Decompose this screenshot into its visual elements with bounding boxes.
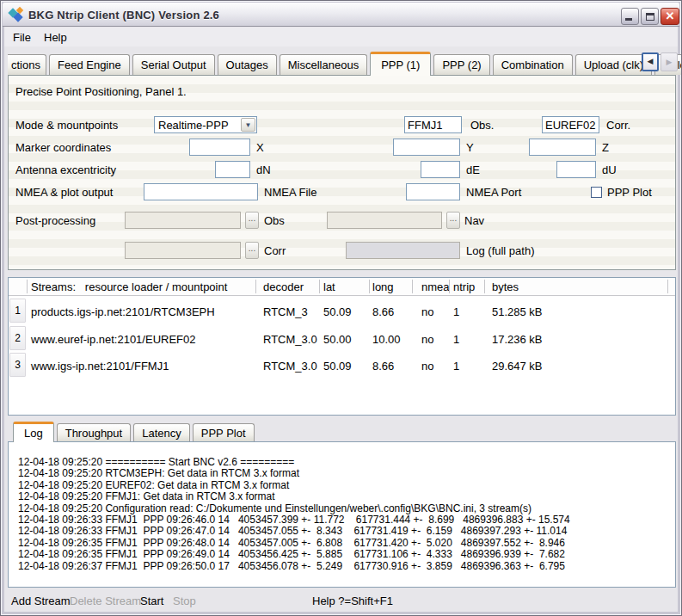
cell-ntrip[interactable]: 1 [453, 360, 459, 373]
nmea-port-label: NMEA Port [466, 186, 521, 199]
ppp-plot-label: PPP Plot [607, 186, 652, 199]
col-long[interactable]: long [372, 280, 394, 293]
window-title: BKG Ntrip Client (BNC) Version 2.6 [28, 9, 219, 22]
browse-nav-button[interactable]: ... [446, 212, 460, 229]
cell-mountpoint[interactable]: products.igs-ip.net:2101/RTCM3EPH [31, 305, 215, 318]
row-number[interactable]: 3 [9, 353, 26, 377]
tab-scroll-left-button[interactable]: ◀ [642, 52, 659, 71]
action-bar: Add Stream Delete Stream Start Stop Help… [8, 589, 674, 612]
cell-bytes[interactable]: 51.285 kB [492, 305, 543, 318]
cell-lat[interactable]: 50.09 [323, 360, 352, 373]
tab-ppp-plot[interactable]: PPP Plot [193, 423, 255, 441]
maximize-icon [646, 13, 654, 21]
marker-coordinates-label: Marker coordinates [15, 141, 111, 154]
minimize-button[interactable] [621, 8, 639, 25]
chevron-down-icon[interactable]: ▼ [241, 118, 255, 132]
menu-help[interactable]: Help [40, 30, 71, 45]
col-ntrip[interactable]: ntrip [453, 280, 475, 293]
tab-scroll-right-button[interactable]: ▶ [660, 52, 678, 71]
help-shortcut-label[interactable]: Help ?=Shift+F1 [312, 594, 393, 607]
settings-tab-bar: ctions Feed Engine Serial Output Outages… [8, 51, 682, 75]
title-bar[interactable]: BKG Ntrip Client (BNC) Version 2.6 ✕ [3, 3, 679, 27]
cell-ntrip[interactable]: 1 [453, 305, 459, 318]
column-separator [255, 280, 256, 293]
add-stream-button[interactable]: Add Stream [11, 594, 71, 607]
cell-mountpoint[interactable]: www.igs-ip.net:2101/FFMJ1 [31, 360, 169, 373]
cell-bytes[interactable]: 29.647 kB [492, 360, 543, 373]
cell-lat[interactable]: 50.00 [323, 333, 352, 346]
ppp-mode-select[interactable]: Realtime-PPP ▼ [154, 116, 257, 133]
tab-corrections-truncated[interactable]: ctions [8, 54, 46, 75]
cell-decoder[interactable]: RTCM_3.0 [263, 333, 317, 346]
row-number[interactable]: 1 [9, 299, 26, 323]
col-bytes[interactable]: bytes [492, 280, 519, 293]
post-log-label: Log (full path) [466, 244, 535, 257]
de-label: dE [466, 163, 480, 176]
tab-log[interactable]: Log [13, 422, 54, 442]
row-number[interactable]: 2 [9, 326, 26, 350]
cell-long[interactable]: 8.66 [372, 360, 394, 373]
obs-mountpoint-input[interactable] [404, 116, 462, 133]
cell-bytes[interactable]: 17.236 kB [492, 333, 543, 346]
streams-table-header: Streams: resource loader / mountpoint de… [9, 278, 675, 296]
cell-long[interactable]: 8.66 [372, 305, 394, 318]
tab-miscellaneous[interactable]: Miscellaneous [280, 54, 367, 75]
marker-y-input[interactable] [393, 139, 460, 156]
col-streams[interactable]: Streams: resource loader / mountpoint [31, 280, 227, 293]
bnc-window: BKG Ntrip Client (BNC) Version 2.6 ✕ Fil… [0, 0, 682, 616]
menu-bar: File Help [4, 28, 678, 46]
nmea-port-input[interactable] [406, 183, 460, 200]
table-row[interactable]: 1 products.igs-ip.net:2101/RTCM3EPH RTCM… [9, 299, 675, 324]
tab-latency[interactable]: Latency [133, 423, 190, 441]
cell-lat[interactable]: 50.09 [323, 305, 352, 318]
col-nmea[interactable]: nmea [421, 280, 450, 293]
nmea-file-input[interactable] [144, 183, 258, 200]
dn-label: dN [256, 163, 271, 176]
tab-ppp-1[interactable]: PPP (1) [370, 52, 431, 76]
nmea-file-label: NMEA File [264, 186, 316, 199]
tab-upload-clk[interactable]: Upload (clk) [575, 54, 652, 75]
tab-ppp-2[interactable]: PPP (2) [433, 54, 489, 75]
cell-decoder[interactable]: RTCM_3 [263, 305, 308, 318]
col-decoder[interactable]: decoder [263, 280, 304, 293]
cell-mountpoint[interactable]: www.euref-ip.net:2101/EUREF02 [31, 333, 195, 346]
tab-combination[interactable]: Combination [493, 54, 573, 75]
cell-ntrip[interactable]: 1 [453, 333, 459, 346]
marker-z-input[interactable] [529, 139, 596, 156]
tab-outages[interactable]: Outages [218, 54, 277, 75]
table-row[interactable]: 2 www.euref-ip.net:2101/EUREF02 RTCM_3.0… [9, 326, 675, 352]
tab-feed-engine[interactable]: Feed Engine [49, 54, 130, 75]
tab-throughput[interactable]: Throughput [57, 423, 132, 441]
cell-decoder[interactable]: RTCM_3.0 [263, 360, 317, 373]
start-button[interactable]: Start [140, 594, 163, 607]
streams-table: Streams: resource loader / mountpoint de… [8, 277, 676, 416]
antenna-dn-input[interactable] [215, 161, 250, 178]
menu-file[interactable]: File [9, 30, 34, 45]
close-button[interactable]: ✕ [660, 8, 679, 25]
antenna-excentricity-label: Antenna excentricity [15, 163, 116, 176]
post-nav-input [327, 212, 442, 229]
table-row[interactable]: 3 www.igs-ip.net:2101/FFMJ1 RTCM_3.0 50.… [9, 353, 675, 379]
cell-nmea[interactable]: no [421, 305, 433, 318]
log-tab-bar: Log Throughput Latency PPP Plot [8, 421, 255, 441]
arrow-left-icon: ◀ [648, 57, 654, 65]
marker-x-input[interactable] [189, 139, 250, 156]
browse-corr-button[interactable]: ... [245, 242, 259, 259]
tab-serial-output[interactable]: Serial Output [132, 54, 215, 75]
stop-button: Stop [173, 594, 196, 607]
nmea-plot-output-label: NMEA & plot output [15, 186, 113, 199]
cell-nmea[interactable]: no [421, 360, 433, 373]
antenna-de-input[interactable] [421, 161, 460, 178]
cell-nmea[interactable]: no [421, 333, 433, 346]
antenna-du-input[interactable] [556, 161, 596, 178]
post-corr-label: Corr [264, 244, 286, 257]
post-nav-label: Nav [464, 214, 484, 227]
corr-label: Corr. [606, 119, 630, 132]
cell-long[interactable]: 10.00 [372, 333, 401, 346]
ppp-plot-checkbox[interactable] [591, 187, 602, 198]
corr-mountpoint-input[interactable] [542, 116, 599, 133]
maximize-button[interactable] [641, 8, 659, 25]
col-lat[interactable]: lat [323, 280, 335, 293]
browse-obs-button[interactable]: ... [245, 212, 259, 229]
log-output[interactable]: 12-04-18 09:25:20 ========== Start BNC v… [8, 441, 676, 588]
